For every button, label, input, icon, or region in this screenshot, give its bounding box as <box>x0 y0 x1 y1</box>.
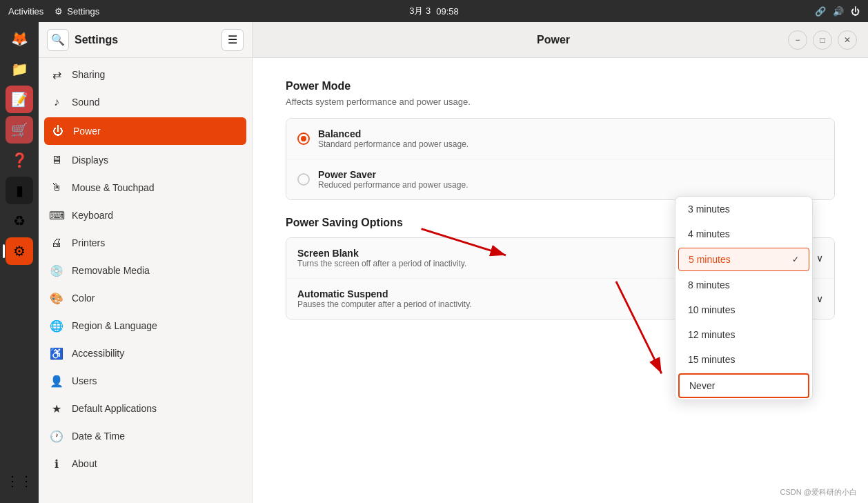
sidebar-menu-button[interactable]: ☰ <box>221 29 244 51</box>
sidebar-item-power[interactable]: ⏻ Power <box>44 117 246 145</box>
power-saver-label: Power Saver <box>318 169 468 180</box>
sidebar-icon-keyboard: ⌨ <box>50 208 63 222</box>
sidebar-item-region[interactable]: 🌐 Region & Language <box>39 312 252 339</box>
power-saver-radio[interactable] <box>297 173 310 186</box>
sidebar-label-displays: Displays <box>72 155 108 166</box>
sidebar-label-datetime: Date & Time <box>72 431 125 442</box>
settings-tab: ⚙ Settings <box>55 6 99 17</box>
sidebar-label-sound: Sound <box>72 97 99 108</box>
sidebar-label-printers: Printers <box>72 237 105 248</box>
sidebar-item-keyboard[interactable]: ⌨ Keyboard <box>39 201 252 229</box>
sidebar-label-default-apps: Default Applications <box>72 403 157 414</box>
network-icon: 🔗 <box>815 6 826 17</box>
balanced-desc: Standard performance and power usage. <box>318 139 468 149</box>
dropdown-15min[interactable]: 15 minutes <box>675 347 812 372</box>
sidebar-icon-mouse: 🖱 <box>50 181 63 195</box>
taskbar-software[interactable]: 🛒 <box>6 116 33 144</box>
dropdown-3min[interactable]: 3 minutes <box>675 197 812 221</box>
sidebar-label-power: Power <box>73 126 101 137</box>
sidebar-item-displays[interactable]: 🖥 Displays <box>39 146 252 174</box>
sidebar-label-users: Users <box>72 375 97 386</box>
dropdown-8min[interactable]: 8 minutes <box>675 273 812 297</box>
auto-suspend-desc: Pauses the computer after a period of in… <box>297 299 472 309</box>
sidebar-icon-about: ℹ <box>50 457 63 471</box>
taskbar-firefox[interactable]: 🦊 <box>6 25 33 52</box>
balanced-radio[interactable] <box>297 132 310 145</box>
content-area: Power − □ ✕ Power Mode Affects system pe… <box>253 22 868 503</box>
chevron-down-icon: ∨ <box>816 253 823 264</box>
sidebar-label-sharing: Sharing <box>72 69 105 80</box>
sidebar-icon-users: 👤 <box>50 374 63 388</box>
search-icon: 🔍 <box>51 33 65 46</box>
sidebar-icon-printers: 🖨 <box>50 236 63 250</box>
power-saver-text: Power Saver Reduced performance and powe… <box>318 169 468 190</box>
screen-blank-control[interactable]: ∨ <box>816 253 823 264</box>
sidebar-icon-color: 🎨 <box>50 291 63 305</box>
content-titlebar: Power − □ ✕ <box>253 22 868 58</box>
sidebar-item-mouse[interactable]: 🖱 Mouse & Touchpad <box>39 174 252 201</box>
taskbar-help[interactable]: ❓ <box>6 146 33 174</box>
dropdown-5min[interactable]: 5 minutes ✓ <box>678 248 809 271</box>
sidebar-label-mouse: Mouse & Touchpad <box>72 182 155 193</box>
sidebar-item-color[interactable]: 🎨 Color <box>39 284 252 312</box>
sidebar-item-printers[interactable]: 🖨 Printers <box>39 229 252 257</box>
sidebar-items: ⇄ Sharing ♪ Sound ⏻ Power 🖥 Displays 🖱 M… <box>39 58 252 503</box>
sidebar-item-accessibility[interactable]: ♿ Accessibility <box>39 339 252 367</box>
minimize-button[interactable]: − <box>788 30 807 50</box>
hamburger-icon: ☰ <box>228 33 237 46</box>
sidebar-title: Settings <box>75 34 216 46</box>
dropdown-4min[interactable]: 4 minutes <box>675 221 812 246</box>
balanced-radio-fill <box>301 136 306 141</box>
sound-icon: 🔊 <box>833 6 844 17</box>
auto-suspend-label: Automatic Suspend <box>297 288 472 299</box>
topbar-app-name: Settings <box>67 6 99 17</box>
topbar-time: 09:58 <box>436 6 459 17</box>
dropdown-never[interactable]: Never <box>678 373 809 398</box>
sidebar-item-datetime[interactable]: 🕐 Date & Time <box>39 422 252 450</box>
sidebar: 🔍 Settings ☰ ⇄ Sharing ♪ Sound ⏻ Power 🖥… <box>39 22 253 503</box>
settings-gear-icon: ⚙ <box>55 6 63 17</box>
sidebar-header: 🔍 Settings ☰ <box>39 22 252 58</box>
taskbar-files[interactable]: 📁 <box>6 55 33 83</box>
taskbar-grid[interactable]: ⋮⋮ <box>6 467 33 495</box>
taskbar-terminal[interactable]: ▮ <box>6 177 33 204</box>
topbar: Activities ⚙ Settings 3月 3 09:58 🔗 🔊 ⏻ <box>0 0 868 22</box>
content-body: Power Mode Affects system performance an… <box>253 58 868 503</box>
taskbar: 🦊 📁 📝 🛒 ❓ ▮ ♻ ⚙ ⋮⋮ <box>0 22 39 503</box>
sidebar-label-region: Region & Language <box>72 320 157 331</box>
full-layout: 🦊 📁 📝 🛒 ❓ ▮ ♻ ⚙ ⋮⋮ 🔍 Settings ☰ <box>0 22 868 503</box>
chevron-down-icon-2: ∨ <box>816 293 823 304</box>
sidebar-label-removable: Removable Media <box>72 265 150 276</box>
sidebar-icon-power: ⏻ <box>51 124 65 138</box>
power-saver-option[interactable]: Power Saver Reduced performance and powe… <box>286 159 834 199</box>
close-button[interactable]: ✕ <box>838 30 857 50</box>
topbar-date: 3月 3 <box>409 5 431 17</box>
sidebar-icon-sound: ♪ <box>50 95 63 109</box>
balanced-option[interactable]: Balanced Standard performance and power … <box>286 119 834 159</box>
maximize-button[interactable]: □ <box>813 30 832 50</box>
sidebar-icon-region: 🌐 <box>50 319 63 333</box>
activities-button[interactable]: Activities <box>8 6 43 17</box>
topbar-left: Activities ⚙ Settings <box>8 6 99 17</box>
screen-blank-desc: Turns the screen off after a period of i… <box>297 259 466 268</box>
sidebar-item-about[interactable]: ℹ About <box>39 450 252 477</box>
taskbar-texteditor[interactable]: 📝 <box>6 86 33 113</box>
sidebar-search-button[interactable]: 🔍 <box>47 29 69 51</box>
sidebar-item-removable[interactable]: 💿 Removable Media <box>39 257 252 284</box>
balanced-text: Balanced Standard performance and power … <box>318 128 468 149</box>
sidebar-icon-datetime: 🕐 <box>50 429 63 443</box>
sidebar-icon-default-apps: ★ <box>50 402 63 415</box>
dropdown-10min[interactable]: 10 minutes <box>675 297 812 322</box>
check-icon: ✓ <box>792 255 799 264</box>
sidebar-item-users[interactable]: 👤 Users <box>39 367 252 395</box>
sidebar-item-sharing[interactable]: ⇄ Sharing <box>39 61 252 88</box>
taskbar-settings[interactable]: ⚙ <box>6 237 33 265</box>
taskbar-recycle[interactable]: ♻ <box>6 207 33 235</box>
sidebar-item-default-apps[interactable]: ★ Default Applications <box>39 395 252 422</box>
sidebar-icon-sharing: ⇄ <box>50 68 63 81</box>
power-saver-desc: Reduced performance and power usage. <box>318 180 468 190</box>
dropdown-12min[interactable]: 12 minutes <box>675 322 812 347</box>
sidebar-icon-accessibility: ♿ <box>50 346 63 360</box>
window-controls: − □ ✕ <box>788 30 857 50</box>
sidebar-item-sound[interactable]: ♪ Sound <box>39 88 252 116</box>
